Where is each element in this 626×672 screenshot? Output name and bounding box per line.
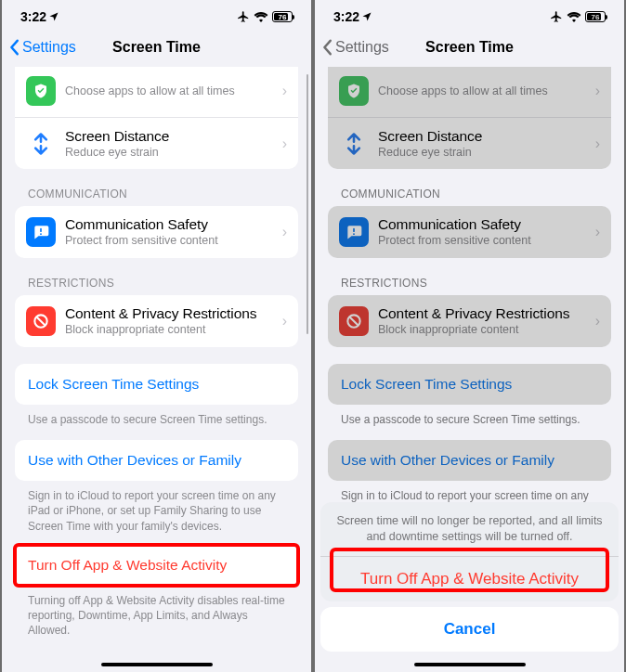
no-symbol-icon [339, 306, 369, 336]
home-indicator[interactable] [101, 663, 213, 667]
lock-screen-time-button[interactable]: Lock Screen Time Settings [15, 364, 298, 405]
content-privacy-row[interactable]: Content & Privacy Restrictions Block ina… [328, 295, 611, 347]
chevron-right-icon: › [595, 83, 600, 99]
share-note: Sign in to iCloud to report your screen … [2, 481, 311, 534]
status-bar: 3:22 76 [315, 0, 624, 30]
use-other-devices-label: Use with Other Devices or Family [341, 452, 554, 468]
screen-distance-sub: Reduce eye strain [65, 146, 277, 161]
communication-safety-sub: Protect from sensitive content [378, 234, 590, 249]
nav-bar: Settings Screen Time [2, 30, 311, 67]
always-allowed-sub: Choose apps to allow at all times [378, 84, 590, 99]
back-button[interactable]: Settings [9, 39, 76, 56]
communication-safety-title: Communication Safety [65, 215, 277, 233]
communication-header: COMMUNICATION [2, 169, 311, 206]
svg-point-1 [347, 315, 359, 327]
use-other-devices-label: Use with Other Devices or Family [28, 452, 241, 468]
chevron-left-icon [322, 39, 333, 56]
chat-warning-icon [26, 217, 56, 247]
status-time: 3:22 [20, 9, 46, 24]
turn-off-activity-button[interactable]: Turn Off App & Website Activity [17, 547, 296, 584]
wifi-icon [567, 11, 581, 22]
restrictions-header: RESTRICTIONS [315, 258, 624, 295]
turn-off-note: Turning off App & Website Activity disab… [2, 586, 311, 639]
phone-right: 3:22 76 Settings Screen Time [313, 0, 626, 672]
turn-off-activity-highlight: Turn Off App & Website Activity [13, 543, 300, 588]
check-shield-icon [339, 76, 369, 106]
back-button[interactable]: Settings [322, 39, 389, 56]
airplane-icon [237, 10, 250, 23]
content-privacy-title: Content & Privacy Restrictions [65, 304, 277, 322]
chevron-right-icon: › [282, 83, 287, 99]
sheet-message: Screen time will no longer be reported, … [320, 502, 619, 557]
battery-icon: 76 [272, 11, 293, 22]
screen-distance-icon [339, 129, 369, 159]
lock-note: Use a passcode to secure Screen Time set… [2, 405, 311, 427]
communication-safety-title: Communication Safety [378, 215, 590, 233]
lock-screen-time-button[interactable]: Lock Screen Time Settings [328, 364, 611, 405]
communication-safety-row[interactable]: Communication Safety Protect from sensit… [15, 206, 298, 258]
content-area: Choose apps to allow at all times › Scre… [2, 67, 311, 672]
chevron-right-icon: › [282, 313, 287, 330]
chevron-right-icon: › [595, 224, 600, 240]
screen-distance-icon [26, 129, 56, 159]
status-bar: 3:22 76 [2, 0, 311, 30]
content-privacy-title: Content & Privacy Restrictions [378, 304, 590, 322]
nav-bar: Settings Screen Time [315, 30, 624, 67]
home-indicator[interactable] [414, 663, 526, 667]
content-privacy-sub: Block inappropriate content [378, 323, 590, 338]
screen-distance-title: Screen Distance [65, 127, 277, 145]
communication-header: COMMUNICATION [315, 169, 624, 206]
status-time: 3:22 [333, 9, 359, 24]
location-icon [361, 11, 372, 22]
chevron-right-icon: › [595, 313, 600, 330]
scroll-indicator [306, 74, 309, 334]
lock-screen-time-label: Lock Screen Time Settings [28, 376, 199, 392]
content-privacy-sub: Block inappropriate content [65, 323, 277, 338]
use-other-devices-button[interactable]: Use with Other Devices or Family [15, 440, 298, 481]
sheet-cancel-button[interactable]: Cancel [320, 607, 619, 652]
chevron-right-icon: › [595, 136, 600, 152]
use-other-devices-button[interactable]: Use with Other Devices or Family [328, 440, 611, 481]
turn-off-activity-label: Turn Off App & Website Activity [28, 557, 227, 573]
screen-distance-row[interactable]: Screen Distance Reduce eye strain › [15, 117, 298, 169]
always-allowed-row[interactable]: Choose apps to allow at all times › [15, 67, 298, 117]
nav-title: Screen Time [315, 39, 624, 56]
content-privacy-row[interactable]: Content & Privacy Restrictions Block ina… [15, 295, 298, 347]
phone-left: 3:22 76 Settings Screen Time [0, 0, 313, 672]
chevron-right-icon: › [282, 224, 287, 240]
lock-note: Use a passcode to secure Screen Time set… [315, 405, 624, 427]
communication-safety-row[interactable]: Communication Safety Protect from sensit… [328, 206, 611, 258]
location-icon [48, 11, 59, 22]
chevron-right-icon: › [282, 136, 287, 152]
back-label: Settings [22, 39, 76, 56]
no-symbol-icon [26, 306, 56, 336]
wifi-icon [254, 11, 268, 22]
chevron-left-icon [9, 39, 20, 56]
always-allowed-row[interactable]: Choose apps to allow at all times › [328, 67, 611, 117]
screen-distance-row[interactable]: Screen Distance Reduce eye strain › [328, 117, 611, 169]
chat-warning-icon [339, 217, 369, 247]
back-label: Settings [335, 39, 389, 56]
battery-icon: 76 [585, 11, 606, 22]
screen-distance-sub: Reduce eye strain [378, 146, 590, 161]
action-sheet: Screen time will no longer be reported, … [315, 502, 624, 672]
communication-safety-sub: Protect from sensitive content [65, 234, 277, 249]
airplane-icon [550, 10, 563, 23]
always-allowed-sub: Choose apps to allow at all times [65, 84, 277, 99]
screen-distance-title: Screen Distance [378, 127, 590, 145]
check-shield-icon [26, 76, 56, 106]
sheet-turn-off-button[interactable]: Turn Off App & Website Activity [320, 557, 619, 601]
lock-screen-time-label: Lock Screen Time Settings [341, 376, 512, 392]
restrictions-header: RESTRICTIONS [2, 258, 311, 295]
